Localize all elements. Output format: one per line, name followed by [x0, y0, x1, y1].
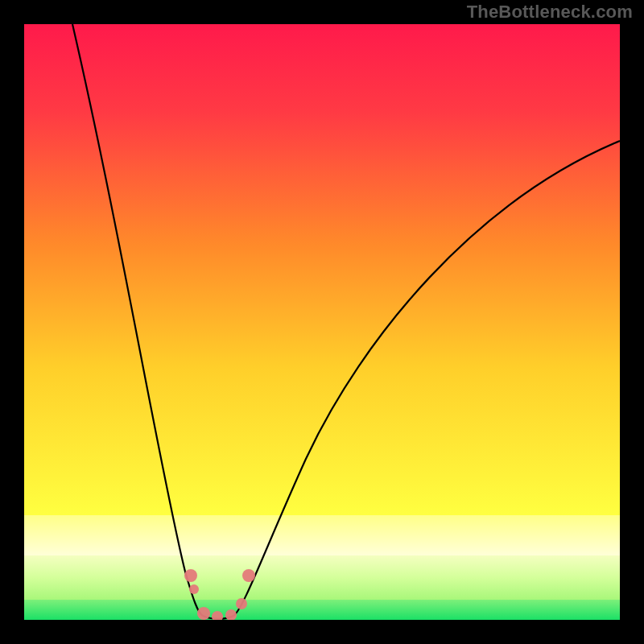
marker-dot: [189, 584, 199, 594]
chart-container: TheBottleneck.com: [0, 0, 644, 644]
marker-dot: [184, 569, 197, 582]
marker-dot: [212, 611, 223, 620]
plot-area: [24, 24, 620, 620]
marker-dot: [236, 598, 247, 609]
marker-dot: [225, 609, 237, 620]
marker-group: [184, 569, 255, 620]
marker-dot: [197, 607, 210, 620]
marker-dot: [242, 569, 255, 582]
bottleneck-curve: [24, 24, 620, 620]
watermark-text: TheBottleneck.com: [467, 2, 633, 23]
curve-path: [72, 24, 620, 619]
